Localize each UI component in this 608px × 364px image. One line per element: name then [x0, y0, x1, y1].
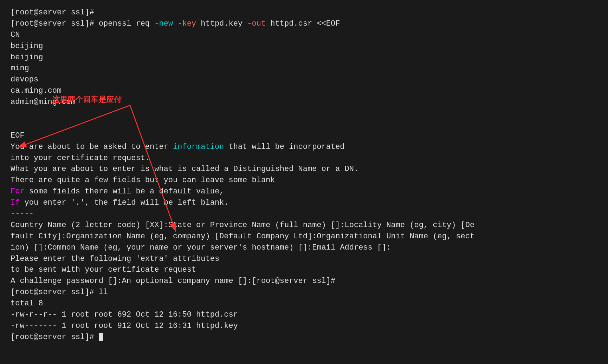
- terminal-line: CN: [11, 29, 597, 41]
- terminal-line: There are quite a few fields but you can…: [11, 175, 597, 186]
- terminal-line: For some fields there will be a default …: [11, 186, 597, 197]
- prompt-text: [root@server ssl]#: [11, 8, 94, 17]
- terminal-line: -----: [11, 209, 597, 220]
- terminal-cursor: [99, 333, 103, 341]
- terminal-line: total 8: [11, 298, 597, 309]
- terminal-line-blank: [11, 108, 597, 119]
- terminal-line: EOF: [11, 130, 597, 141]
- terminal-line-blank: [11, 119, 597, 130]
- terminal-window: [root@server ssl]# [root@server ssl]# op…: [0, 0, 608, 364]
- terminal-line: [root@server ssl]# ll: [11, 287, 597, 298]
- terminal-line: Country Name (2 letter code) [XX]:State …: [11, 220, 597, 231]
- terminal-line-cursor: [root@server ssl]#: [11, 332, 597, 343]
- terminal-line: fault City]:Organization Name (eg, compa…: [11, 231, 597, 242]
- terminal-line: -rw------- 1 root root 912 Oct 12 16:31 …: [11, 320, 597, 332]
- terminal-line: to be sent with your certificate request: [11, 264, 597, 276]
- terminal-line: beijing: [11, 52, 597, 63]
- terminal-line: devops: [11, 74, 597, 85]
- annotation-label: 这里两个回车是应付: [52, 94, 122, 105]
- terminal-line: into your certificate request.: [11, 153, 597, 164]
- terminal-line: [root@server ssl]#: [11, 7, 597, 18]
- terminal-line: -rw-r--r-- 1 root root 692 Oct 12 16:50 …: [11, 309, 597, 320]
- terminal-line: beijing: [11, 41, 597, 52]
- terminal-line-cmd: [root@server ssl]# openssl req -new -key…: [11, 18, 597, 29]
- terminal-line: ming: [11, 63, 597, 74]
- terminal-line: Please enter the following 'extra' attri…: [11, 253, 597, 265]
- terminal-line: What you are about to enter is what is c…: [11, 164, 597, 175]
- terminal-line: If you enter '.', the field will be left…: [11, 197, 597, 209]
- terminal-line: ion) []:Common Name (eg, your name or yo…: [11, 242, 597, 253]
- terminal-line-info: You are about to be asked to enter infor…: [11, 141, 597, 153]
- terminal-line: A challenge password []:An optional comp…: [11, 276, 597, 287]
